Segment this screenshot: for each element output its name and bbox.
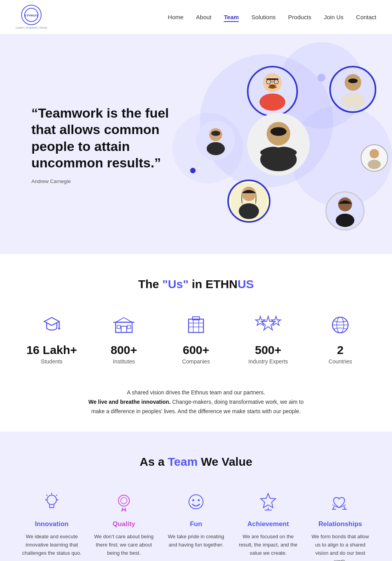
- svg-point-44: [47, 495, 56, 505]
- stat-students: 16 Lakh+ Students: [16, 310, 88, 372]
- hero-quote: “Teamwork is the fuel that allows common…: [31, 105, 180, 171]
- svg-point-53: [189, 495, 203, 509]
- svg-point-24: [336, 214, 354, 227]
- svg-point-3: [260, 93, 285, 111]
- stat-experts: 500+ Industry Experts: [232, 310, 304, 372]
- value-relationships-title: Relationships: [318, 520, 362, 528]
- relationships-icon: [330, 492, 350, 513]
- svg-point-14: [270, 127, 286, 136]
- avatar-7: [325, 191, 365, 231]
- svg-point-19: [368, 160, 381, 169]
- students-label: Students: [41, 358, 62, 365]
- hero-section: “Teamwork is the fuel that allows common…: [0, 34, 392, 254]
- companies-label: Companies: [182, 358, 210, 365]
- institutes-label: Institutes: [113, 358, 135, 365]
- experts-icon: [256, 314, 280, 337]
- avatar-1: [247, 66, 298, 117]
- nav-products[interactable]: Products: [288, 14, 311, 20]
- avatar-5: [361, 144, 388, 172]
- value-quality-title: Quality: [113, 520, 135, 528]
- svg-point-21: [242, 187, 256, 201]
- value-quality: Quality We don’t care about being there …: [88, 488, 160, 561]
- svg-marker-39: [271, 316, 281, 325]
- values-title-highlight: Team: [168, 455, 198, 468]
- nav-about[interactable]: About: [196, 14, 211, 20]
- svg-point-54: [192, 499, 194, 501]
- value-fun-title: Fun: [190, 520, 202, 528]
- svg-line-47: [56, 495, 57, 496]
- svg-rect-27: [116, 322, 132, 332]
- svg-point-11: [211, 131, 220, 136]
- svg-rect-31: [127, 325, 131, 329]
- svg-point-23: [338, 197, 352, 211]
- svg-rect-29: [121, 326, 127, 332]
- stats-title-mid: in ETHN: [189, 278, 238, 290]
- value-fun-desc: We take pride in creating and having fun…: [166, 533, 226, 549]
- nav-solutions[interactable]: Solutions: [251, 14, 276, 20]
- nav-links: Home About Team Solutions Products Join …: [168, 14, 376, 21]
- value-achievement-desc: We are focused on the result, the impact…: [238, 533, 298, 557]
- nav-contact[interactable]: Contact: [356, 14, 376, 20]
- values-section: As a Team We Value Innovation We ideate …: [0, 432, 392, 561]
- navbar: ETHNUS Learn | Expand | Grow Home About …: [0, 0, 392, 34]
- stats-row: 16 Lakh+ Students 800+ Institutes: [16, 310, 376, 372]
- value-fun: Fun We take pride in creating and having…: [160, 488, 232, 561]
- value-relationships-desc: We form bonds that allow us to align to …: [310, 533, 370, 561]
- nav-joinus[interactable]: Join Us: [324, 14, 343, 20]
- svg-text:ETHNUS: ETHNUS: [24, 14, 38, 17]
- svg-point-18: [370, 149, 379, 158]
- svg-point-8: [269, 84, 276, 88]
- avatar-2: [196, 121, 235, 160]
- stat-institutes: 800+ Institutes: [88, 310, 160, 372]
- svg-point-17: [348, 78, 358, 83]
- stat-companies: 600+ Companies: [160, 310, 232, 372]
- values-row: Innovation We ideate and execute innovat…: [16, 488, 376, 561]
- innovation-icon: [42, 492, 62, 513]
- svg-line-48: [46, 495, 47, 496]
- avatar-6: [227, 180, 270, 223]
- stats-title-highlight: "Us": [162, 278, 189, 290]
- values-title-post: We Value: [198, 455, 252, 468]
- svg-marker-38: [261, 316, 275, 330]
- stat-countries: 2 Countries: [304, 310, 376, 372]
- companies-icon: [185, 314, 207, 337]
- value-innovation-desc: We ideate and execute innovative learnin…: [22, 533, 82, 557]
- svg-point-26: [58, 328, 60, 330]
- svg-point-51: [118, 495, 129, 506]
- avatar-3: [247, 113, 310, 176]
- companies-number: 600+: [183, 343, 209, 357]
- dot-accent-2: [318, 74, 325, 82]
- avatar-4: [329, 66, 376, 113]
- svg-point-16: [341, 93, 365, 108]
- value-relationships: Relationships We form bonds that allow u…: [304, 488, 376, 561]
- logo-circle: ETHNUS: [21, 5, 42, 25]
- hero-author: Andrew Carnegie: [31, 178, 180, 184]
- nav-team[interactable]: Team: [224, 14, 239, 22]
- nav-home[interactable]: Home: [168, 14, 183, 20]
- students-icon: [41, 314, 62, 337]
- stats-description: A shared vision drives the Ethnus team a…: [86, 388, 306, 416]
- hero-text: “Teamwork is the fuel that allows common…: [31, 105, 180, 184]
- fun-icon: [186, 492, 206, 513]
- stats-title: The "Us" in ETHNUS: [16, 278, 376, 291]
- values-title-pre: As a: [140, 455, 168, 468]
- hero-images: [169, 34, 392, 254]
- stats-desc-bold: We live and breathe innovation.: [88, 399, 171, 405]
- stats-desc-normal: A shared vision drives the Ethnus team a…: [127, 389, 265, 396]
- countries-icon: [330, 314, 351, 337]
- quality-icon: [114, 492, 134, 513]
- achievement-icon: [258, 492, 278, 513]
- svg-rect-30: [117, 325, 120, 329]
- logo[interactable]: ETHNUS Learn | Expand | Grow: [16, 5, 47, 29]
- stats-section: The "Us" in ETHNUS 16 Lakh+ Students: [0, 254, 392, 432]
- logo-sub: Learn | Expand | Grow: [16, 26, 47, 29]
- svg-point-10: [207, 142, 225, 155]
- stats-title-bold: US: [238, 278, 254, 290]
- svg-point-2: [263, 73, 282, 92]
- institutes-number: 800+: [111, 343, 137, 357]
- svg-point-22: [239, 203, 259, 219]
- values-title: As a Team We Value: [16, 455, 376, 468]
- svg-rect-32: [189, 319, 203, 332]
- countries-number: 2: [337, 343, 344, 357]
- stats-title-pre: The: [138, 278, 162, 290]
